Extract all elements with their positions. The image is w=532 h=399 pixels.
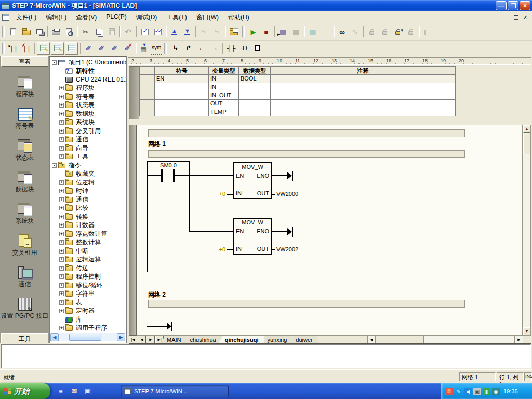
monitor-button[interactable]	[336, 25, 349, 38]
out-operand-1[interactable]: VW2000	[276, 191, 298, 197]
tools-bar-header[interactable]: 工具	[1, 333, 48, 343]
line-right-button[interactable]	[208, 42, 221, 55]
sidebar-item-communication[interactable]: 通信	[0, 266, 49, 288]
delete-row-button[interactable]	[108, 42, 121, 55]
tree-expander[interactable]: +	[59, 249, 64, 254]
insert-coil-button[interactable]	[237, 42, 250, 55]
tree-item[interactable]: +比较	[50, 204, 126, 213]
ime-icon[interactable]: 圆	[445, 388, 453, 395]
mdi-restore-button[interactable]	[512, 14, 521, 21]
tree-expander[interactable]: +	[59, 257, 64, 262]
table-row[interactable]: TEMP	[140, 108, 456, 116]
insert-box-button[interactable]	[250, 42, 263, 55]
tree-item[interactable]: 收藏夹	[50, 170, 126, 179]
tab-duiwei[interactable]: duiwei	[289, 336, 318, 343]
tree-item[interactable]: +符号表	[50, 92, 126, 101]
outlook-icon[interactable]: ✉	[70, 385, 79, 396]
sidebar-item-symbol-table[interactable]: 符号表	[0, 108, 49, 129]
tree-item[interactable]: -指令	[50, 161, 126, 170]
scroll-left-icon[interactable]: ◀	[50, 333, 59, 341]
tree-expander[interactable]: +	[59, 86, 64, 90]
mov-w-block-2[interactable]: MOV_W EN ENO IN OUT	[233, 218, 272, 255]
tab-yunxing[interactable]: yunxing	[261, 336, 293, 343]
tree-expander[interactable]: +	[59, 146, 64, 151]
tab-scroll-left-icon[interactable]: ◀	[367, 336, 376, 343]
tree-item[interactable]: +系统块	[50, 118, 126, 127]
tree-item[interactable]: +整数计算	[50, 238, 126, 247]
chart-status-button[interactable]	[306, 25, 319, 38]
insert-network-button[interactable]	[7, 42, 20, 55]
start-button[interactable]: 开始	[0, 383, 50, 399]
table-row[interactable]: ENINBOOL	[140, 75, 456, 83]
sidebar-item-system-block[interactable]: 系统块	[0, 203, 49, 224]
tree-expander[interactable]: +	[59, 197, 64, 202]
tab-qinchujisuqi[interactable]: qinchujisuqi	[219, 336, 265, 343]
download-button[interactable]	[181, 25, 194, 38]
prev-tab-button[interactable]: ◀	[138, 336, 146, 343]
insert-column-button[interactable]	[95, 42, 108, 55]
scrollbar-thumb[interactable]	[69, 334, 101, 341]
ladder-canvas[interactable]: 网络 1 SM0.0 MOV_W EN ENO IN OUT	[137, 125, 523, 336]
table-row[interactable]: IN	[140, 83, 456, 91]
tree-item[interactable]: +调用子程序	[50, 324, 126, 333]
bookmark-toggle-button[interactable]	[391, 25, 404, 38]
tree-expander[interactable]: +	[59, 300, 64, 305]
tab-main[interactable]: MAIN	[161, 336, 188, 343]
tree-item[interactable]: +定时器	[50, 307, 126, 316]
delete-column-button[interactable]	[121, 42, 134, 55]
tree-item[interactable]: +浮点数计算	[50, 230, 126, 238]
tree-item[interactable]: +向导	[50, 144, 126, 153]
line-up-button[interactable]	[182, 42, 195, 55]
tree-item[interactable]: +计数器	[50, 221, 126, 230]
stop-button[interactable]	[260, 25, 273, 38]
program-status-button[interactable]	[276, 25, 289, 38]
menu-item[interactable]: 查看(V)	[71, 11, 101, 23]
tab-scrollbar-thumb[interactable]	[376, 336, 423, 343]
symbolic-addressing-toggle[interactable]: sym	[151, 42, 162, 55]
ladder-editor[interactable]: 网络 1 SM0.0 MOV_W EN ENO IN OUT	[129, 125, 531, 336]
delete-network-button[interactable]	[20, 42, 33, 55]
tree-item[interactable]: +数据块	[50, 110, 126, 118]
insert-row-button[interactable]	[82, 42, 95, 55]
sidebar-item-cross-reference[interactable]: 交叉引用	[0, 234, 49, 256]
contact-operand[interactable]: SM0.0	[147, 162, 190, 168]
tree-expander[interactable]: +	[59, 180, 64, 185]
view-stl-toggle[interactable]	[51, 42, 64, 55]
tree-expander[interactable]: +	[59, 326, 64, 330]
in-operand-2[interactable]: +0	[213, 246, 225, 252]
line-left-button[interactable]	[195, 42, 208, 55]
tree-expander[interactable]: +	[59, 154, 64, 159]
tree-item[interactable]: +通信	[50, 195, 126, 204]
tree-item[interactable]: +通信	[50, 136, 126, 144]
tree-expander[interactable]: +	[59, 112, 64, 116]
in-operand-1[interactable]: +0	[213, 191, 225, 197]
tree-expander[interactable]: +	[59, 240, 64, 245]
tree-item[interactable]: +移位/循环	[50, 281, 126, 290]
tree-item[interactable]: +字符串	[50, 290, 126, 299]
tab-scroll-right-icon[interactable]: ▶	[515, 336, 523, 343]
mdi-minimize-button[interactable]: —	[502, 14, 511, 21]
compile-button[interactable]	[138, 25, 151, 38]
pgpc-connect-icon[interactable]: ▣	[473, 388, 481, 395]
menu-item[interactable]: 窗口(W)	[192, 11, 223, 23]
tree-expander[interactable]: +	[59, 215, 64, 219]
tree-expander[interactable]: +	[59, 274, 64, 279]
menu-item[interactable]: 帮助(H)	[223, 11, 254, 23]
print-preview-button[interactable]	[62, 25, 75, 38]
tree-item[interactable]: +程序块	[50, 84, 126, 93]
options-button[interactable]	[227, 25, 240, 38]
tree-expander[interactable]: +	[59, 103, 64, 108]
usb-device-icon[interactable]: ▮	[483, 388, 490, 395]
tree-expander[interactable]: +	[59, 266, 64, 271]
menu-item[interactable]: 调试(D)	[131, 11, 162, 23]
tree-expander[interactable]: +	[59, 129, 64, 134]
sidebar-item-status-table[interactable]: 状态表	[0, 139, 49, 161]
run-button[interactable]	[247, 25, 260, 38]
tree-expander[interactable]: +	[59, 283, 64, 288]
view-fbd-toggle[interactable]	[65, 42, 78, 55]
network2-comment-box[interactable]	[148, 300, 465, 308]
tree-item[interactable]: 库	[50, 315, 126, 324]
copy-button[interactable]	[92, 25, 105, 38]
tree-item[interactable]: -项目1 (C:\Documents	[50, 58, 126, 67]
close-button[interactable]: ×	[520, 1, 530, 10]
